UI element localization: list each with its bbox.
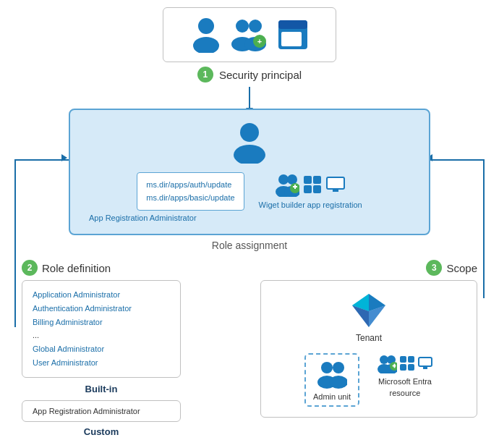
wiget-screen-icon xyxy=(325,174,346,195)
svg-point-4 xyxy=(249,20,262,33)
permissions-box: ms.dir/apps/auth/update ms.dir/apps/basi… xyxy=(137,172,244,211)
security-principal-label-row: 1 Security principal xyxy=(197,67,302,83)
scope-bottom-row: Admin unit xyxy=(304,353,433,407)
svg-point-32 xyxy=(321,362,333,373)
svg-rect-9 xyxy=(278,20,307,29)
svg-point-1 xyxy=(193,37,219,53)
svg-point-12 xyxy=(234,145,265,164)
admin-unit-label: Admin unit xyxy=(313,392,351,401)
security-principal-section: + 1 Security principal xyxy=(14,7,485,83)
svg-point-11 xyxy=(240,123,259,142)
svg-point-13 xyxy=(278,174,289,185)
scope-number: 3 xyxy=(426,260,442,276)
entra-grid-icon xyxy=(399,355,415,371)
svg-rect-23 xyxy=(313,185,321,193)
svg-rect-45 xyxy=(400,364,406,371)
custom-role-text: App Registration Administrator xyxy=(33,407,170,415)
svg-point-0 xyxy=(198,18,214,34)
user-icon xyxy=(190,17,222,53)
svg-rect-26 xyxy=(333,190,338,192)
wiget-label: Wiget builder app registration xyxy=(259,200,362,211)
svg-point-15 xyxy=(287,174,297,185)
role-assignment-box: ms.dir/apps/auth/update ms.dir/apps/basi… xyxy=(69,109,430,235)
connector-left-vert xyxy=(14,161,16,327)
scope-label: Scope xyxy=(446,262,477,274)
rd-role-ellipsis: ... xyxy=(33,329,170,342)
wiget-grid-icon xyxy=(302,174,323,195)
perm-line-2: ms.dir/apps/basic/update xyxy=(146,192,234,205)
rd-label: Role definition xyxy=(42,262,111,274)
connector-right xyxy=(430,159,485,161)
svg-rect-19 xyxy=(294,185,296,189)
app-reg-label: App Registration Administrator xyxy=(89,214,197,222)
builtin-label: Built-in xyxy=(22,384,181,394)
tenant-icon xyxy=(349,291,388,330)
group-icon: + xyxy=(229,17,270,53)
arrow-sp-to-ra xyxy=(249,87,250,109)
admin-unit-icon xyxy=(317,359,347,389)
role-assignment-footer: Role assignment xyxy=(69,240,430,251)
svg-rect-46 xyxy=(408,364,414,371)
svg-text:+: + xyxy=(257,37,262,46)
svg-point-2 xyxy=(236,20,249,33)
svg-rect-22 xyxy=(304,185,312,193)
tenant-row: Tenant xyxy=(349,291,388,343)
role-def-header: 2 Role definition xyxy=(22,260,181,276)
svg-rect-25 xyxy=(328,178,344,188)
svg-rect-42 xyxy=(393,364,395,368)
role-def-builtin-box: Application Administrator Authentication… xyxy=(22,280,181,377)
ra-inner-row: ms.dir/apps/auth/update ms.dir/apps/basi… xyxy=(82,172,417,211)
role-definition-container: 2 Role definition Application Administra… xyxy=(22,260,181,436)
svg-rect-49 xyxy=(423,367,427,369)
diagram-container: + 1 Security principal xyxy=(0,0,499,448)
rd-role-5: User Administrator xyxy=(33,356,170,370)
svg-rect-10 xyxy=(281,32,302,46)
perm-line-1: ms.dir/apps/auth/update xyxy=(146,179,234,192)
security-principal-box: + xyxy=(163,7,336,62)
scope-container: 3 Scope Tenant xyxy=(260,260,477,436)
connector-left xyxy=(14,159,69,161)
connector-left-arrow xyxy=(61,154,67,161)
svg-rect-44 xyxy=(408,356,414,363)
scope-header: 3 Scope xyxy=(260,260,477,276)
scope-box: Tenant Admin unit xyxy=(260,280,477,418)
ra-person-icon xyxy=(231,122,268,164)
rd-number: 2 xyxy=(22,260,38,276)
rd-role-4: Global Administrator xyxy=(33,342,170,356)
svg-point-34 xyxy=(333,362,344,373)
custom-label: Custom xyxy=(22,426,181,437)
svg-rect-21 xyxy=(313,176,321,184)
entra-people-icon xyxy=(377,353,397,373)
custom-role-box: App Registration Administrator xyxy=(22,400,181,422)
app-icon xyxy=(277,19,309,51)
ms-entra-item: Microsoft Entraresource xyxy=(377,353,433,399)
tenant-label: Tenant xyxy=(356,333,382,343)
svg-point-35 xyxy=(329,376,347,389)
connector-right-vert xyxy=(483,161,485,298)
wiget-people-icon xyxy=(275,172,299,197)
sp-number: 1 xyxy=(197,67,213,83)
rd-role-1: Application Administrator xyxy=(33,288,170,302)
rd-role-2: Authentication Administrator xyxy=(33,302,170,316)
svg-rect-43 xyxy=(400,356,406,363)
entra-screen-icon xyxy=(417,355,433,371)
bottom-section: 2 Role definition Application Administra… xyxy=(14,260,485,436)
rd-role-3: Billing Administrator xyxy=(33,316,170,329)
svg-rect-20 xyxy=(304,176,312,184)
sp-label: Security principal xyxy=(219,69,302,81)
admin-unit-item: Admin unit xyxy=(304,353,359,407)
ms-entra-label: Microsoft Entraresource xyxy=(378,376,432,399)
svg-rect-48 xyxy=(419,358,431,365)
